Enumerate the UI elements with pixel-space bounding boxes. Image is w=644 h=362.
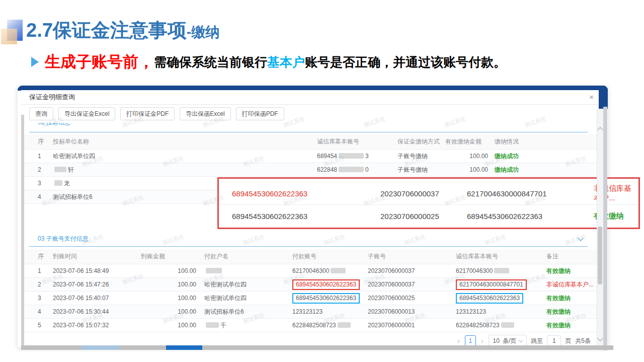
cell-text: 0 [365,166,369,173]
cell-text: 6228482508723 [292,322,336,329]
cell-no: 1 [38,267,53,274]
cell-basic-account: 62170046300 [456,267,546,274]
cell-amount: 100.00 [445,153,488,160]
page-title-suffix: -缴纳 [187,24,219,40]
cell-text: 6217004630000847701 [459,281,523,288]
column-header: 序 [38,137,53,146]
table-row: 42023-07-06 15:30:44100.00测试招标单位61231231… [21,305,599,319]
cell-sub-account: 20230706000013 [368,308,456,315]
cell-remark: 有效缴纳 [546,294,599,303]
cell-basic-account: 6228482508723 [456,322,546,329]
cell-bidder-name: 哈密测试单位四 [53,152,317,161]
table-row: 2轩6228480子账号缴纳100.00缴纳成功 [21,163,599,177]
cell-basic-account: 6228480 [317,166,397,173]
toolbar-button-1[interactable]: 查询 [29,107,53,120]
current-page-button[interactable]: 1 [465,335,476,346]
cell-basic-account: 689454530602622363 [456,293,546,304]
cell-text: 689454530602622363 [296,281,356,288]
table-row: 32023-07-06 15:40:07100.00哈密测试单位四6894545… [21,292,599,305]
watermark-text: 测试系统 [323,233,346,247]
cell-text: 622848 [317,166,337,173]
pay-table-header: 序到账时间到账金额付款户名付款账号子账号诚信库基本账号备注 [21,249,599,264]
watermark-text: 测试系统 [242,233,265,247]
cell-bidder-name: 轩 [53,166,317,174]
redacted-text [54,167,66,172]
cell-payer-name: 千 [204,321,292,330]
bullet-text-black-1: 需确保系统当前银行 [154,54,267,70]
cell-arrival-time: 2023-07-06 15:48:49 [53,267,141,274]
cell-pay-account: 6228482508723 [292,322,368,329]
cell-text: 哈密测试单位四 [204,295,247,302]
cell-status: 缴纳成功 [495,166,519,174]
redacted-text [339,167,364,172]
toolbar-button-3[interactable]: 打印保证金PDF [120,107,175,120]
red-highlight-box: 6217004630000847701 [456,279,527,290]
jump-suffix-label: 页 [565,337,571,345]
table-row: 52023-07-06 15:07:32100.00千6228482508723… [21,319,599,332]
cell-pay-account: 62170046300 [292,267,368,274]
close-icon[interactable]: × [589,93,594,101]
page-size-value: 10 [493,337,500,344]
table-row: 1哈密测试单位四6894543子账号缴纳100.00缴纳成功 [21,150,599,163]
modal-header: 保证金明细查询 × [21,90,599,105]
cell-pay-method: 子账号缴纳 [397,152,445,161]
pay-table-body: 12023-07-06 15:48:49100.0062170046300202… [21,264,599,332]
table-row: 12023-07-06 15:48:49100.0062170046300202… [21,264,599,278]
column-header: 付款户名 [204,252,292,261]
section-pay-label: 03 子账号支付信息 [38,235,89,243]
callout-cell: 20230706000025 [380,212,467,221]
blue-highlight-box: 689454530602622363 [292,293,360,304]
watermark-text: 测试系统 [484,233,507,247]
cell-text: 123123123 [292,308,323,315]
prev-page-button[interactable]: ‹ [456,337,461,345]
cell-sub-account: 20230706000037 [368,281,456,288]
toolbar-button-5[interactable]: 打印保函PDF [236,107,284,120]
vertical-scrollbar-thumb[interactable] [598,227,602,284]
cell-no: 2 [38,281,53,288]
column-header: 投标单位名称 [53,137,317,146]
cell-amount: 100.00 [141,322,196,329]
cell-text: 轩 [68,166,74,173]
column-header: 序 [38,252,53,261]
cell-payer-name: 哈密测试单位四 [204,280,292,289]
column-header: 保证金缴纳方式 [397,137,445,146]
cell-text: 689454530602622363 [296,295,356,302]
jump-page-input[interactable]: 1 [547,335,561,346]
cell-text: 6228482508723 [456,322,500,329]
column-header: 诚信库基本账号 [317,137,397,146]
table-row: 22023-07-06 15:47:26100.00哈密测试单位四6894545… [21,278,599,292]
section-bid-underline [29,132,588,132]
redacted-text [331,268,346,273]
cell-no: 3 [38,180,53,187]
bullet-text-red: 生成子账号前， [45,51,154,73]
cell-basic-account: 6217004630000847701 [456,279,546,290]
cell-text: 测试招标单位6 [53,193,93,200]
cell-pay-account: 123123123 [292,308,368,315]
column-header: 诚信库基本账号 [456,252,546,261]
column-header: 付款账号 [292,252,368,261]
watermark-text: 测试系统 [162,233,185,247]
cell-pay-method: 子账号缴纳 [397,166,445,174]
section-pay-collapse-chevron-icon[interactable] [578,235,583,241]
callout-row: 6894545306026223632023070600003762170046… [219,182,638,205]
cell-no: 4 [38,193,53,200]
cell-sub-account: 20230706000037 [368,267,456,274]
callout-cell: 689454530602622363 [232,189,380,198]
toolbar: 查询导出保证金Excel打印保证金PDF导出保函Excel打印保函PDF [21,105,599,123]
toolbar-button-2[interactable]: 导出保证金Excel [58,107,115,120]
page-size-unit: 条/页 [503,337,516,345]
bid-table-header: 序投标单位名称诚信库基本账号保证金缴纳方式有效缴纳金额缴纳情况 [21,134,599,150]
cell-amount: 100.00 [141,267,196,274]
cell-payer-name: 哈密测试单位四 [204,294,292,303]
cell-no: 4 [38,308,53,315]
page-title-main: 2.7保证金注意事项 [26,20,187,41]
watermark-text: 测试系统 [403,233,426,247]
next-page-button[interactable]: › [480,337,485,345]
toolbar-button-4[interactable]: 导出保函Excel [180,107,230,120]
cell-arrival-time: 2023-07-06 15:30:44 [53,308,141,315]
watermark-text: 测试系统 [564,233,587,247]
window-left-edge [21,115,24,347]
horizontal-scrollbar-segment-light[interactable] [82,345,119,350]
horizontal-scrollbar-segment-blue[interactable] [166,345,202,350]
redacted-text [206,268,222,273]
